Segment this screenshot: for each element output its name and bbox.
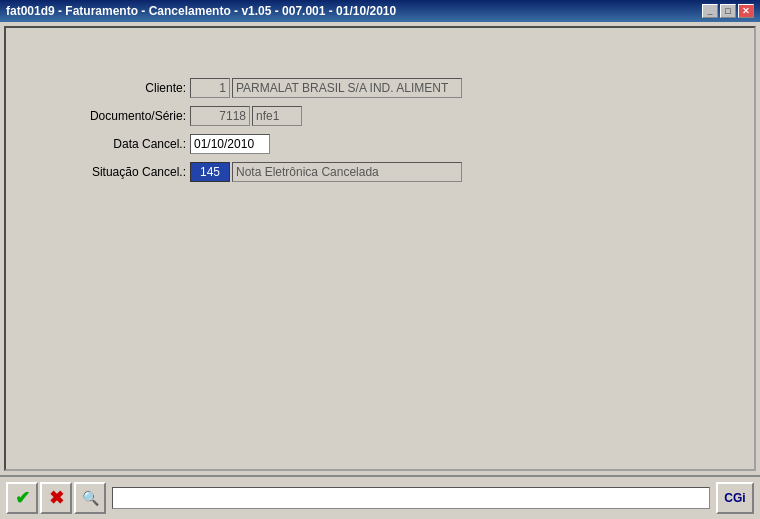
x-icon: ✖ — [49, 487, 64, 509]
window-title: fat001d9 - Faturamento - Cancelamento - … — [6, 4, 396, 18]
form-container: Cliente: Documento/Série: Data Cancel.: … — [16, 48, 744, 220]
situacao-id-field[interactable] — [190, 162, 230, 182]
cgi-label: CGi — [724, 491, 745, 505]
window-body: Cliente: Documento/Série: Data Cancel.: … — [0, 22, 760, 519]
cliente-label: Cliente: — [56, 81, 186, 95]
situacao-row: Situação Cancel.: — [56, 162, 704, 182]
documento-field — [190, 106, 250, 126]
content-area: Cliente: Documento/Série: Data Cancel.: … — [4, 26, 756, 471]
documento-row: Documento/Série: — [56, 106, 704, 126]
window-controls: _ □ ✕ — [702, 4, 754, 18]
cancel-button[interactable]: ✖ — [40, 482, 72, 514]
search-icon: 🔍 — [82, 490, 99, 506]
cliente-name-field — [232, 78, 462, 98]
cgi-button[interactable]: CGi — [716, 482, 754, 514]
cliente-id-field[interactable] — [190, 78, 230, 98]
check-icon: ✔ — [15, 487, 30, 509]
situacao-label: Situação Cancel.: — [56, 165, 186, 179]
search-button[interactable]: 🔍 — [74, 482, 106, 514]
data-cancel-label: Data Cancel.: — [56, 137, 186, 151]
close-button[interactable]: ✕ — [738, 4, 754, 18]
serie-field — [252, 106, 302, 126]
title-bar: fat001d9 - Faturamento - Cancelamento - … — [0, 0, 760, 22]
minimize-button[interactable]: _ — [702, 4, 718, 18]
toolbar-input[interactable] — [112, 487, 710, 509]
data-cancel-row: Data Cancel.: — [56, 134, 704, 154]
data-cancel-field[interactable] — [190, 134, 270, 154]
confirm-button[interactable]: ✔ — [6, 482, 38, 514]
maximize-button[interactable]: □ — [720, 4, 736, 18]
situacao-desc-field — [232, 162, 462, 182]
toolbar: ✔ ✖ 🔍 CGi — [0, 475, 760, 519]
documento-label: Documento/Série: — [56, 109, 186, 123]
cliente-row: Cliente: — [56, 78, 704, 98]
